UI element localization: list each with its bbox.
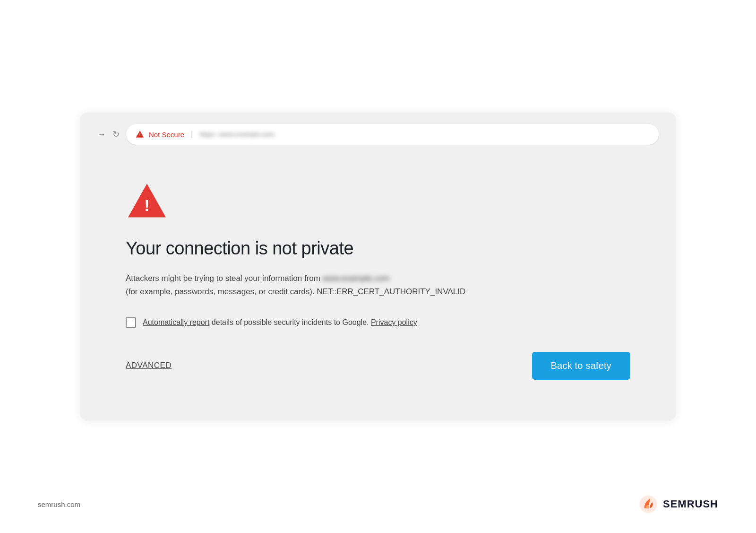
- address-bar: ! Not Secure | https: www.example.com: [126, 124, 659, 145]
- reload-icon[interactable]: ↻: [112, 129, 120, 140]
- svg-text:!: !: [139, 133, 141, 137]
- svg-text:!: !: [144, 197, 149, 215]
- footer: semrush.com SEMRUSH: [0, 494, 756, 514]
- semrush-brand-name: SEMRUSH: [663, 498, 718, 510]
- url-text: https: www.example.com: [199, 131, 275, 138]
- advanced-link[interactable]: ADVANCED: [126, 361, 172, 370]
- address-bar-divider: |: [191, 130, 193, 139]
- back-to-safety-button[interactable]: Back to safety: [532, 352, 630, 380]
- footer-domain: semrush.com: [38, 500, 80, 508]
- not-secure-label: Not Secure: [149, 131, 184, 139]
- auto-report-checkbox[interactable]: [126, 317, 136, 328]
- browser-toolbar: → ↻ ! Not Secure | https: www.example.co…: [97, 124, 659, 145]
- error-content: ! Your connection is not private Attacke…: [97, 158, 659, 403]
- error-title: Your connection is not private: [126, 238, 630, 259]
- action-row: ADVANCED Back to safety: [126, 352, 630, 380]
- warning-icon-large: !: [126, 182, 168, 219]
- semrush-logo: SEMRUSH: [638, 494, 718, 514]
- blurred-domain: www.example.com: [323, 272, 390, 285]
- forward-icon[interactable]: →: [97, 130, 106, 140]
- privacy-policy-link[interactable]: Privacy policy: [371, 318, 417, 326]
- svg-point-3: [645, 506, 649, 509]
- automatically-report-link[interactable]: Automatically report: [143, 318, 209, 326]
- browser-window: → ↻ ! Not Secure | https: www.example.co…: [80, 113, 676, 420]
- semrush-icon: [638, 494, 658, 514]
- warning-icon-small: !: [136, 130, 144, 139]
- error-description: Attackers might be trying to steal your …: [126, 272, 551, 297]
- report-checkbox-row: Automatically report details of possible…: [126, 317, 630, 328]
- auto-report-label: Automatically report details of possible…: [143, 317, 417, 328]
